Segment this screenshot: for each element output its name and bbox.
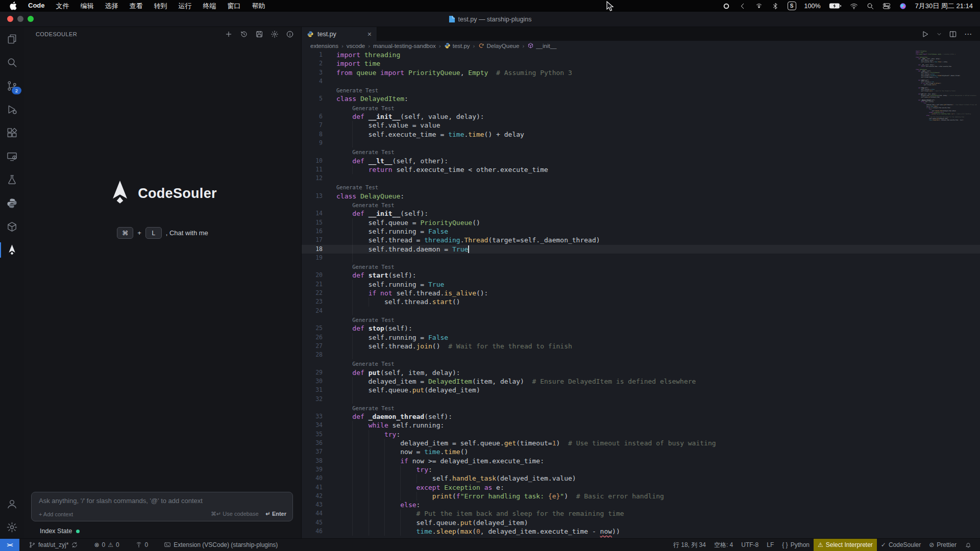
- code-content[interactable]: def _daemon_thread(self):: [323, 412, 980, 421]
- tab-close-icon[interactable]: ×: [368, 30, 372, 38]
- apple-menu-icon[interactable]: [9, 2, 17, 10]
- menu-item-9[interactable]: 帮助: [252, 2, 265, 11]
- codelens-generate-test[interactable]: Generate Test: [352, 202, 394, 208]
- menu-item-8[interactable]: 窗口: [228, 2, 241, 11]
- code-content[interactable]: now = time.time(): [323, 447, 980, 456]
- breadcrumb-item-0[interactable]: extensions: [310, 43, 338, 49]
- save-icon[interactable]: [255, 30, 263, 38]
- breadcrumb-item-1[interactable]: vscode: [347, 43, 365, 49]
- code-content[interactable]: self.thread.start(): [323, 297, 980, 306]
- code-content[interactable]: # Put the item back and sleep for the re…: [323, 509, 980, 518]
- encoding[interactable]: UTF-8: [737, 539, 763, 551]
- code-content[interactable]: Generate Test: [323, 86, 980, 94]
- code-content[interactable]: Generate Test: [323, 183, 980, 191]
- gear-icon[interactable]: [271, 30, 279, 38]
- code-content[interactable]: self.thread.join() # Wait for the thread…: [323, 342, 980, 350]
- control-center-icon[interactable]: [883, 2, 891, 10]
- menubar-clock[interactable]: 7月30日 周二 21:14: [915, 2, 973, 11]
- activity-item-debug[interactable]: [0, 97, 24, 121]
- codelens-generate-test[interactable]: Generate Test: [336, 87, 378, 93]
- history-icon[interactable]: [240, 30, 248, 38]
- code-content[interactable]: self.queue.put(delayed_item): [323, 518, 980, 527]
- menu-item-5[interactable]: 转到: [154, 2, 167, 11]
- codelens-generate-test[interactable]: Generate Test: [352, 149, 394, 155]
- code-content[interactable]: def __init__(self):: [323, 209, 980, 218]
- code-content[interactable]: self.running = False: [323, 333, 980, 342]
- language-mode[interactable]: { } Python: [778, 539, 814, 551]
- code-content[interactable]: def start(self):: [323, 271, 980, 280]
- battery-icon[interactable]: [829, 3, 842, 9]
- code-content[interactable]: class DelayQueue:: [323, 192, 980, 201]
- more-actions-button[interactable]: ⋯: [964, 30, 972, 39]
- activity-item-souler[interactable]: [0, 238, 24, 262]
- menu-item-2[interactable]: 编辑: [81, 2, 94, 11]
- code-content[interactable]: def __init__(self, value, delay):: [323, 112, 980, 121]
- code-content[interactable]: [323, 307, 980, 315]
- code-content[interactable]: [323, 174, 980, 183]
- codelens-generate-test[interactable]: Generate Test: [352, 317, 394, 323]
- indentation[interactable]: 空格: 4: [710, 539, 737, 551]
- code-content[interactable]: self.execute_time = time.time() + delay: [323, 130, 980, 139]
- breadcrumb-item-4[interactable]: DelayQueue: [478, 42, 519, 49]
- bluetooth-icon[interactable]: [771, 2, 779, 10]
- activity-item-remote[interactable]: [0, 144, 24, 168]
- code-content[interactable]: self.queue.put(delayed_item): [323, 386, 980, 394]
- collapse-menu-icon[interactable]: [739, 2, 747, 10]
- code-content[interactable]: while self.running:: [323, 421, 980, 430]
- git-branch-item[interactable]: feat/ut_zyj*: [24, 541, 82, 548]
- activity-item-beaker[interactable]: [0, 168, 24, 191]
- activity-item-extensions[interactable]: [0, 121, 24, 144]
- activity-item-account[interactable]: [0, 492, 24, 515]
- plus-icon[interactable]: [225, 30, 233, 38]
- use-codebase-button[interactable]: ⌘↵ Use codebase: [211, 511, 259, 517]
- titlebar[interactable]: test.py — starship-plugins: [0, 12, 980, 27]
- codelens-generate-test[interactable]: Generate Test: [352, 405, 394, 411]
- code-content[interactable]: def put(self, item, delay):: [323, 368, 980, 377]
- code-content[interactable]: def __lt__(self, other):: [323, 157, 980, 165]
- cursor-position[interactable]: 行 18, 列 34: [669, 539, 710, 551]
- code-content[interactable]: self.running = True: [323, 280, 980, 289]
- codelens-generate-test[interactable]: Generate Test: [352, 361, 394, 367]
- menu-item-7[interactable]: 终端: [203, 2, 216, 11]
- breadcrumb-item-5[interactable]: __init__: [527, 42, 556, 49]
- spotlight-icon[interactable]: [866, 2, 874, 10]
- split-editor-button[interactable]: [949, 30, 957, 38]
- ports-item[interactable]: 0: [131, 541, 153, 548]
- code-content[interactable]: return self.execute_time < other.execute…: [323, 165, 980, 174]
- code-content[interactable]: delayed_item = self.queue.get(timeout=1)…: [323, 439, 980, 447]
- code-content[interactable]: if now >= delayed_item.execute_time:: [323, 457, 980, 465]
- activity-item-git[interactable]: 2: [0, 74, 24, 97]
- tab-testpy[interactable]: test.py ×: [302, 27, 377, 41]
- extension-host-item[interactable]: Extension (VSCode) (starship-plugins): [160, 541, 282, 548]
- notifications-bell[interactable]: [961, 539, 976, 551]
- code-content[interactable]: [323, 395, 980, 404]
- activity-item-python[interactable]: [0, 191, 24, 215]
- code-content[interactable]: Generate Test: [323, 262, 980, 271]
- codelens-generate-test[interactable]: Generate Test: [352, 105, 394, 111]
- menu-item-6[interactable]: 运行: [179, 2, 192, 11]
- menu-item-4[interactable]: 查看: [130, 2, 143, 11]
- code-content[interactable]: try:: [323, 465, 980, 474]
- activity-item-gear[interactable]: [0, 515, 24, 539]
- code-content[interactable]: import threading: [323, 51, 980, 59]
- menu-item-3[interactable]: 选择: [105, 2, 118, 11]
- code-content[interactable]: except Exception as e:: [323, 483, 980, 492]
- breadcrumb-item-3[interactable]: test.py: [444, 42, 470, 49]
- code-content[interactable]: Generate Test: [323, 404, 980, 412]
- codesouler-status[interactable]: ✓ CodeSouler: [877, 539, 925, 551]
- code-content[interactable]: class DelayedItem:: [323, 94, 980, 103]
- code-content[interactable]: from queue import PriorityQueue, Empty #…: [323, 68, 980, 77]
- hotspot-icon[interactable]: [755, 2, 763, 10]
- select-interpreter-button[interactable]: ⚠ Select Interpreter: [814, 539, 877, 551]
- run-dropdown-icon[interactable]: [937, 32, 942, 37]
- wifi-icon[interactable]: [850, 2, 858, 10]
- code-content[interactable]: Generate Test: [323, 315, 980, 324]
- siri-icon[interactable]: [899, 2, 907, 10]
- codelens-generate-test[interactable]: Generate Test: [352, 264, 394, 270]
- minimap[interactable]: import threadingimport timefrom queue im…: [916, 51, 977, 121]
- code-content[interactable]: self.queue = PriorityQueue(): [323, 218, 980, 227]
- activity-item-search[interactable]: [0, 51, 24, 74]
- remote-indicator[interactable]: ><: [0, 539, 19, 551]
- code-content[interactable]: def stop(self):: [323, 324, 980, 333]
- code-content[interactable]: [323, 254, 980, 262]
